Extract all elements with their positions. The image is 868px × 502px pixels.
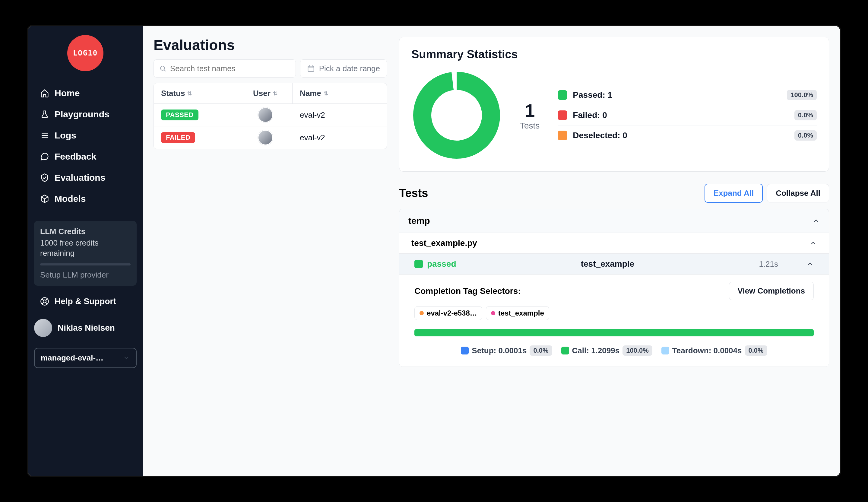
svg-line-5 (42, 299, 43, 300)
app-window: LOG10 Home Playgrounds Logs Feedback Eva… (27, 25, 841, 477)
stat-deselected-label: Deselected: 0 (573, 131, 789, 140)
sort-icon: ⇅ (187, 90, 192, 97)
test-details: Completion Tag Selectors: View Completio… (399, 274, 829, 367)
svg-line-7 (42, 302, 43, 304)
tag-row: eval-v2-e538… test_example (414, 306, 814, 320)
nav-logs-label: Logs (54, 130, 76, 141)
status-badge: PASSED (161, 110, 198, 120)
folder-name: temp (409, 216, 430, 226)
nav-playgrounds-label: Playgrounds (54, 109, 110, 120)
summary-body: 1 Tests Passed: 1 100.0% Failed: 0 0.0% (411, 70, 817, 161)
svg-rect-11 (308, 66, 314, 71)
th-user[interactable]: User⇅ (238, 83, 292, 103)
test-folder: temp test_example.py passed test_example… (399, 209, 829, 367)
test-duration: 1.21s (759, 259, 778, 269)
row-avatar (258, 130, 273, 145)
home-icon (40, 89, 49, 98)
timing-setup: Setup: 0.0001s 0.0% (461, 346, 552, 356)
project-select[interactable]: managed-eval-… (34, 348, 137, 368)
chevron-up-icon (813, 217, 820, 224)
tests-header: Tests Expand All Collapse All (399, 184, 829, 203)
nav-feedback-label: Feedback (54, 152, 96, 162)
stat-list: Passed: 1 100.0% Failed: 0 0.0% Deselect… (558, 85, 817, 145)
stat-failed-pct: 0.0% (794, 110, 817, 120)
tests-number: 1 (520, 100, 539, 121)
table-row[interactable]: FAILED eval-v2 (154, 126, 387, 149)
help-support[interactable]: Help & Support (34, 292, 137, 311)
main: Evaluations Pick a date range Status⇅ Us… (143, 26, 840, 476)
project-select-label: managed-eval-… (41, 353, 103, 362)
svg-point-15 (422, 81, 491, 150)
help-label: Help & Support (54, 297, 116, 306)
credits-subtitle: 1000 free credits remaining (40, 238, 131, 258)
tag-test[interactable]: test_example (486, 306, 549, 320)
view-completions-button[interactable]: View Completions (729, 282, 814, 300)
svg-line-8 (46, 302, 47, 304)
collapse-all-button[interactable]: Collapse All (767, 184, 829, 203)
svg-line-10 (164, 70, 166, 71)
credits-title: LLM Credits (40, 227, 131, 236)
search-input[interactable] (170, 64, 290, 73)
test-row[interactable]: passed test_example 1.21s (399, 254, 829, 274)
date-range-button[interactable]: Pick a date range (300, 59, 387, 78)
credits-progress (40, 263, 131, 266)
filters: Pick a date range (154, 59, 387, 78)
expand-all-button[interactable]: Expand All (704, 184, 763, 203)
test-status: passed (427, 259, 456, 269)
row-avatar (258, 107, 273, 122)
credits-setup-link[interactable]: Setup LLM provider (40, 270, 131, 280)
nav-models[interactable]: Models (34, 189, 137, 209)
tag-eval[interactable]: eval-v2-e538… (414, 306, 482, 320)
file-name: test_example.py (411, 238, 477, 248)
user-avatar (34, 319, 52, 337)
nav-feedback[interactable]: Feedback (34, 147, 137, 166)
speech-icon (40, 152, 49, 161)
check-shield-icon (40, 173, 49, 182)
call-color-icon (561, 347, 569, 355)
list-icon (40, 131, 49, 140)
nav-home[interactable]: Home (34, 83, 137, 103)
credits-box: LLM Credits 1000 free credits remaining … (34, 221, 137, 286)
setup-color-icon (461, 347, 469, 355)
tag-dot-icon (420, 311, 424, 315)
tag-dot-icon (491, 311, 495, 315)
timing-teardown: Teardown: 0.0004s 0.0% (661, 346, 767, 356)
nav: Home Playgrounds Logs Feedback Evaluatio… (34, 83, 137, 209)
cube-icon (40, 194, 49, 203)
table-row[interactable]: PASSED eval-v2 (154, 104, 387, 126)
user-row[interactable]: Niklas Nielsen (34, 314, 137, 342)
nav-home-label: Home (54, 88, 80, 98)
search-icon (159, 64, 166, 72)
timing-legend: Setup: 0.0001s 0.0% Call: 1.2099s 100.0%… (414, 346, 814, 356)
tests-count: 1 Tests (520, 100, 539, 131)
stat-failed-label: Failed: 0 (573, 110, 789, 120)
stat-failed: Failed: 0 0.0% (558, 105, 817, 125)
date-range-label: Pick a date range (319, 64, 380, 73)
tests-label: Tests (520, 121, 539, 131)
nav-evaluations[interactable]: Evaluations (34, 168, 137, 188)
summary-card: Summary Statistics 1 Tests Pa (399, 37, 829, 172)
svg-point-9 (161, 66, 165, 70)
svg-point-4 (43, 300, 46, 303)
file-header[interactable]: test_example.py (399, 233, 829, 254)
th-status[interactable]: Status⇅ (154, 83, 238, 103)
chevron-up-icon (809, 239, 817, 247)
nav-evaluations-label: Evaluations (54, 173, 105, 183)
nav-playgrounds[interactable]: Playgrounds (34, 104, 137, 124)
timing-progress-bar (414, 329, 814, 336)
calendar-icon (307, 64, 315, 72)
folder-header[interactable]: temp (399, 209, 829, 233)
stat-deselected: Deselected: 0 0.0% (558, 125, 817, 145)
evaluations-panel: Evaluations Pick a date range Status⇅ Us… (143, 26, 393, 476)
sort-icon: ⇅ (273, 90, 278, 97)
search-wrap[interactable] (154, 59, 296, 78)
status-badge: FAILED (161, 132, 195, 143)
table-header: Status⇅ User⇅ Name⇅ (154, 83, 387, 104)
page-title: Evaluations (154, 37, 387, 53)
dot-passed-icon (558, 90, 567, 100)
status-square-icon (414, 260, 423, 268)
user-name: Niklas Nielsen (58, 323, 115, 333)
test-name: test_example (461, 259, 755, 269)
nav-logs[interactable]: Logs (34, 125, 137, 145)
th-name[interactable]: Name⇅ (292, 83, 387, 103)
